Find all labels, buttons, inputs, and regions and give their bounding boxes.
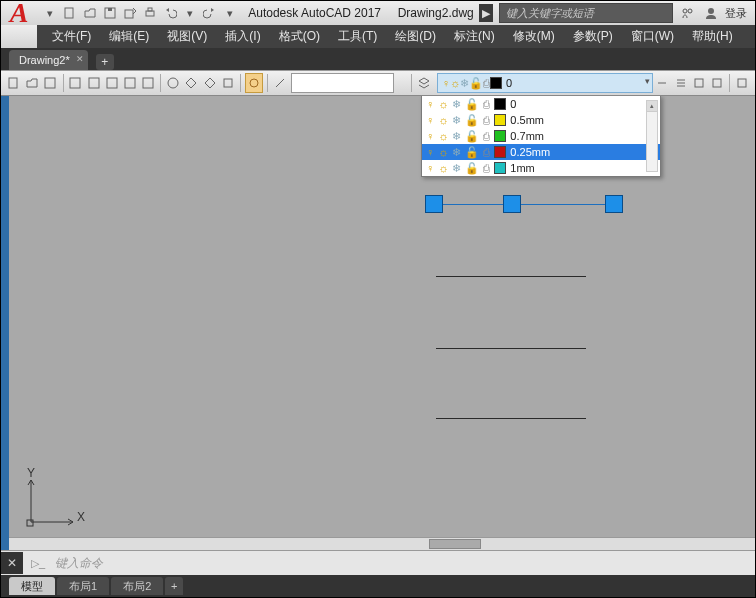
layer-option[interactable]: ♀☼❄🔓⎙ 1mm [422, 160, 660, 176]
print-icon[interactable] [141, 4, 159, 22]
bulb-icon: ♀ [442, 77, 450, 89]
login-link[interactable]: 登录 [725, 6, 747, 21]
layout-tabs: 模型 布局1 布局2 + [1, 575, 755, 597]
svg-point-7 [688, 9, 692, 13]
saveas-icon[interactable] [121, 4, 139, 22]
tool-new-icon[interactable] [6, 74, 22, 92]
tool-b-icon[interactable] [86, 74, 102, 92]
tool-r2-icon[interactable] [672, 74, 688, 92]
svg-rect-11 [70, 78, 80, 88]
drawn-line[interactable] [436, 418, 586, 419]
menu-modify[interactable]: 修改(M) [504, 25, 564, 48]
grip-handle[interactable] [425, 195, 443, 213]
menu-dim[interactable]: 标注(N) [445, 25, 504, 48]
tool-j-icon[interactable] [245, 73, 263, 93]
command-input[interactable]: 键入命令 [49, 555, 755, 572]
tool-save-icon[interactable] [42, 74, 58, 92]
open-icon[interactable] [81, 4, 99, 22]
tool-k-icon[interactable] [272, 74, 288, 92]
layer-color-swatch [494, 130, 506, 142]
tool-c-icon[interactable] [104, 74, 120, 92]
new-icon[interactable] [61, 4, 79, 22]
command-close-icon[interactable]: ✕ [1, 552, 23, 574]
tool-g-icon[interactable] [183, 74, 199, 92]
user-avatar-icon[interactable] [701, 3, 721, 23]
tool-a-icon[interactable] [67, 74, 83, 92]
print-layer-icon: ⎙ [483, 77, 490, 89]
svg-rect-13 [107, 78, 117, 88]
tool-f-icon[interactable] [165, 74, 181, 92]
canvas-h-scrollbar[interactable] [9, 537, 755, 550]
svg-rect-21 [738, 79, 746, 87]
tab-layout2[interactable]: 布局2 [111, 577, 163, 595]
menu-insert[interactable]: 插入(I) [216, 25, 269, 48]
drawn-line[interactable] [436, 348, 586, 349]
signin-icon[interactable] [677, 3, 697, 23]
selected-line[interactable] [429, 204, 619, 205]
tab-model[interactable]: 模型 [9, 577, 55, 595]
menu-view[interactable]: 视图(V) [158, 25, 216, 48]
tool-h-icon[interactable] [202, 74, 218, 92]
menu-file[interactable]: 文件(F) [43, 25, 100, 48]
layer-option[interactable]: ♀☼❄🔓⎙ 0.7mm [422, 128, 660, 144]
layer-dropdown[interactable]: ♀ ☼ ❄ 🔓 ⎙ 0 ▾ [437, 73, 654, 93]
app-logo-icon[interactable]: A [1, 0, 37, 29]
tool-i-icon[interactable] [220, 74, 236, 92]
command-prompt-icon: ▷_ [27, 552, 49, 574]
document-tabs: Drawing2* ✕ + [1, 48, 755, 70]
menu-format[interactable]: 格式(O) [270, 25, 329, 48]
svg-rect-19 [695, 79, 703, 87]
dropdown-scrollbar[interactable]: ▴ [646, 100, 658, 172]
layer-color-swatch [494, 146, 506, 158]
layer-option-selected[interactable]: ♀☼❄🔓⎙ 0.25mm [422, 144, 660, 160]
layer-color-swatch [494, 98, 506, 110]
layer-color-swatch [494, 162, 506, 174]
window-title: Autodesk AutoCAD 2017 Drawing2.dwg [243, 6, 479, 20]
layer-option[interactable]: ♀☼❄🔓⎙ 0.5mm [422, 112, 660, 128]
add-layout-button[interactable]: + [165, 577, 183, 595]
toolbar-field[interactable] [291, 73, 394, 93]
menu-param[interactable]: 参数(P) [564, 25, 622, 48]
svg-rect-0 [65, 8, 73, 18]
svg-rect-17 [224, 79, 232, 87]
lock-icon: 🔓 [469, 77, 483, 90]
menu-edit[interactable]: 编辑(E) [100, 25, 158, 48]
redo-dropdown-icon[interactable]: ▾ [221, 4, 239, 22]
menu-bar: 文件(F) 编辑(E) 视图(V) 插入(I) 格式(O) 工具(T) 绘图(D… [37, 25, 755, 48]
redo-icon[interactable] [201, 4, 219, 22]
layer-color-swatch [490, 77, 502, 89]
tool-d-icon[interactable] [122, 74, 138, 92]
tool-r4-icon[interactable] [709, 74, 725, 92]
layer-option[interactable]: ♀☼❄🔓⎙ 0 [422, 96, 660, 112]
tool-open-icon[interactable] [24, 74, 40, 92]
tab-layout1[interactable]: 布局1 [57, 577, 109, 595]
save-icon[interactable] [101, 4, 119, 22]
grip-handle[interactable] [605, 195, 623, 213]
svg-rect-14 [125, 78, 135, 88]
svg-rect-9 [9, 78, 17, 88]
qat-menu-icon[interactable]: ▾ [41, 4, 59, 22]
menu-window[interactable]: 窗口(W) [622, 25, 683, 48]
svg-rect-20 [713, 79, 721, 87]
tool-e-icon[interactable] [140, 74, 156, 92]
close-tab-icon[interactable]: ✕ [76, 54, 84, 64]
drawn-line[interactable] [436, 276, 586, 277]
menu-tools[interactable]: 工具(T) [329, 25, 386, 48]
undo-dropdown-icon[interactable]: ▾ [181, 4, 199, 22]
freeze-icon: ❄ [460, 77, 469, 90]
keyword-search-input[interactable]: 键入关键字或短语 [499, 3, 673, 23]
tool-r1-icon[interactable] [654, 74, 670, 92]
document-tab[interactable]: Drawing2* ✕ [9, 50, 88, 70]
drawing-canvas[interactable]: ♀☼❄🔓⎙ 0 ♀☼❄🔓⎙ 0.5mm ♀☼❄🔓⎙ 0.7mm ♀☼❄🔓⎙ 0.… [1, 96, 755, 550]
add-tab-button[interactable]: + [96, 54, 114, 70]
layer-name: 0 [506, 77, 512, 89]
tool-r5-icon[interactable] [734, 74, 750, 92]
search-go-icon[interactable]: ▶ [479, 4, 493, 22]
menu-draw[interactable]: 绘图(D) [386, 25, 445, 48]
layer-option-label: 0.7mm [510, 130, 544, 142]
tool-r3-icon[interactable] [691, 74, 707, 92]
menu-help[interactable]: 帮助(H) [683, 25, 742, 48]
grip-handle[interactable] [503, 195, 521, 213]
layer-manager-icon[interactable] [415, 74, 431, 92]
undo-icon[interactable] [161, 4, 179, 22]
